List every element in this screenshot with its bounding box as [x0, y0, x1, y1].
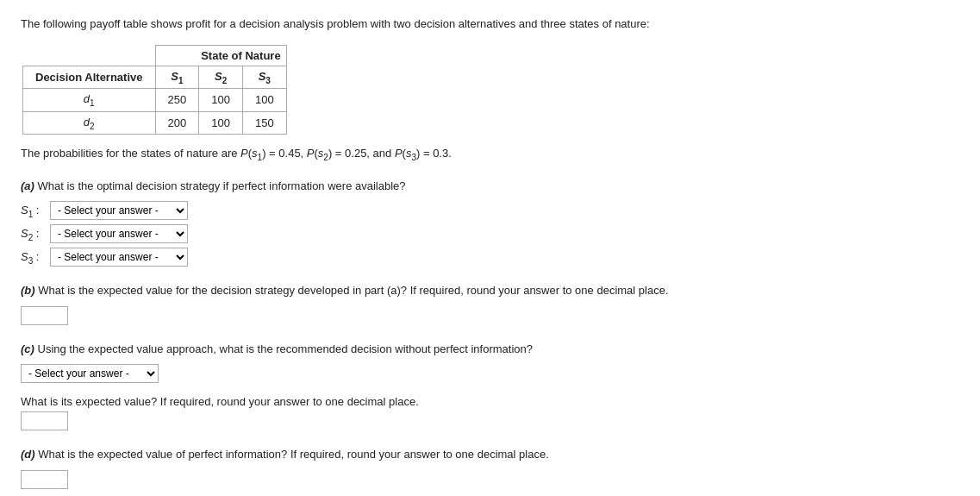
s3-select-row: S3 : - Select your answer - d1 d2	[21, 248, 959, 267]
probabilities-text: The probabilities for the states of natu…	[21, 145, 959, 164]
part-c-label: (c) Using the expected value approach, w…	[21, 341, 959, 358]
part-c-input[interactable]	[21, 411, 68, 430]
s3-answer-select[interactable]: - Select your answer - d1 d2	[50, 248, 188, 267]
decision-col-header: Decision Alternative	[23, 66, 156, 89]
s2-col-header: S2	[199, 66, 243, 89]
section-d: (d) What is the expected value of perfec…	[21, 446, 959, 489]
part-a-label: (a) What is the optimal decision strateg…	[21, 178, 959, 195]
d1-label: d1	[23, 89, 156, 112]
part-b-label: (b) What is the expected value for the d…	[21, 282, 959, 299]
d1-s3-value: 100	[242, 89, 286, 112]
part-c-sublabel: What is its expected value? If required,…	[21, 395, 959, 408]
s1-select-row: S1 : - Select your answer - d1 d2	[21, 201, 959, 220]
s3-col-header: S3	[242, 66, 286, 89]
part-d-input[interactable]	[21, 470, 68, 489]
s2-answer-select[interactable]: - Select your answer - d1 d2	[50, 224, 188, 243]
section-a: (a) What is the optimal decision strateg…	[21, 178, 959, 267]
s1-select-label: S1 :	[21, 204, 45, 219]
s2-select-row: S2 : - Select your answer - d1 d2	[21, 224, 959, 243]
s1-answer-select[interactable]: - Select your answer - d1 d2	[50, 201, 188, 220]
part-c-answer-select[interactable]: - Select your answer - d1 d2	[21, 364, 159, 383]
d2-s2-value: 100	[199, 111, 243, 135]
intro-text: The following payoff table shows profit …	[21, 16, 959, 33]
s2-select-label: S2 :	[21, 227, 45, 242]
d2-s1-value: 200	[155, 111, 199, 135]
part-d-label: (d) What is the expected value of perfec…	[21, 446, 959, 463]
part-b-input[interactable]	[21, 306, 68, 325]
s1-col-header: S1	[155, 66, 199, 89]
d2-label: d2	[23, 111, 156, 135]
state-of-nature-header: State of Nature	[155, 45, 286, 66]
d1-s2-value: 100	[199, 89, 243, 112]
d1-s1-value: 250	[155, 89, 199, 112]
section-c: (c) Using the expected value approach, w…	[21, 341, 959, 431]
payoff-table: State of Nature Decision Alternative S1 …	[22, 45, 287, 135]
d2-s3-value: 150	[242, 111, 286, 135]
s3-select-label: S3 :	[21, 250, 45, 266]
section-b: (b) What is the expected value for the d…	[21, 282, 959, 325]
